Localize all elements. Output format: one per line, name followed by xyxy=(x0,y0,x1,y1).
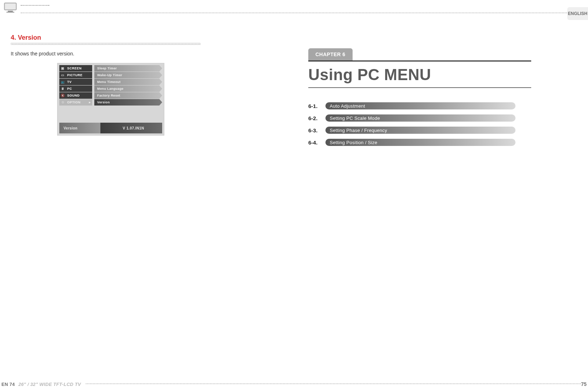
osd-tab-picture: ▭ PICTURE xyxy=(59,72,92,78)
page-left: 4. Version It shows the product version.… xyxy=(0,21,294,374)
osd-tab-label: OPTION xyxy=(67,101,81,104)
toc-number: 6-3. xyxy=(308,127,325,133)
osd-tab-tv: 📺 TV xyxy=(59,79,92,85)
osd-tab-pc: 🖥 PC xyxy=(59,85,92,92)
footer-left-pagenum: EN 74 xyxy=(1,382,15,387)
toc-number: 6-2. xyxy=(308,115,325,121)
footer-left: EN 74 26" / 32" WIDE TFT-LCD TV xyxy=(1,382,81,387)
osd-item: Wake-Up Timer xyxy=(94,72,162,78)
section-underline xyxy=(11,42,200,44)
osd-status-bar: Version V 1.07.IN1N xyxy=(59,123,162,133)
osd-status-label: Version xyxy=(59,126,105,130)
chapter-rule xyxy=(308,60,531,62)
osd-tab-screen: ▣ SCREEN xyxy=(59,65,92,72)
osd-tab-label: SOUND xyxy=(67,94,80,97)
osd-item: Menu Language xyxy=(94,85,162,92)
toc-item: Setting PC Scale Mode xyxy=(325,114,515,122)
osd-tab-label: PICTURE xyxy=(67,73,83,77)
toc-item: Setting Position / Size xyxy=(325,139,515,146)
osd-item: Menu Timeout xyxy=(94,79,162,85)
svg-rect-3 xyxy=(6,12,14,13)
toc-row: 6-4. Setting Position / Size xyxy=(308,139,567,146)
page-right: CHAPTER 6 Using PC MENU 6-1. Auto Adjust… xyxy=(294,21,588,374)
osd-tab-label: PC xyxy=(67,87,72,90)
osd-screenshot: ▣ SCREEN ▭ PICTURE 📺 TV 🖥 PC xyxy=(57,63,164,136)
toc-item: Setting Phase / Frequency xyxy=(325,127,515,134)
language-tab: ENGLISH xyxy=(567,7,588,20)
tv-corner-icon xyxy=(4,2,19,13)
bottom-dots xyxy=(86,383,581,384)
footer-left-model: 26" / 32" WIDE TFT-LCD TV xyxy=(19,382,81,387)
toc-item: Auto Adjustment xyxy=(325,102,515,109)
osd-tab-label: TV xyxy=(67,80,72,84)
svg-rect-2 xyxy=(8,11,13,12)
toc-row: 6-3. Setting Phase / Frequency xyxy=(308,127,567,134)
toc-row: 6-2. Setting PC Scale Mode xyxy=(308,114,567,122)
osd-item-selected: Version xyxy=(94,99,162,106)
osd-item: Sleep Timer xyxy=(94,65,162,72)
toc-row: 6-1. Auto Adjustment xyxy=(308,102,567,109)
chapter-title: Using PC MENU xyxy=(308,66,567,84)
osd-tab-list: ▣ SCREEN ▭ PICTURE 📺 TV 🖥 PC xyxy=(59,65,92,106)
footer-right-pagenum: 75 xyxy=(581,381,587,387)
svg-rect-1 xyxy=(5,4,16,9)
osd-tab-label: SCREEN xyxy=(67,67,82,70)
picture-icon: ▭ xyxy=(61,73,65,77)
section-title: 4. Version xyxy=(11,34,269,41)
option-icon: ⚙ xyxy=(61,100,65,104)
chapter-badge: CHAPTER 6 xyxy=(308,48,353,60)
osd-status-value: V 1.07.IN1N xyxy=(105,126,162,130)
osd-item: Factory Reset xyxy=(94,92,162,99)
chapter-sub-rule xyxy=(308,87,531,88)
toc-number: 6-1. xyxy=(308,103,325,109)
section-description: It shows the product version. xyxy=(11,51,269,57)
sound-icon: 🔇 xyxy=(61,93,65,98)
pc-icon: 🖥 xyxy=(61,87,65,91)
osd-tab-sound: 🔇 SOUND xyxy=(59,92,92,99)
tv-icon: 📺 xyxy=(61,80,65,84)
screen-icon: ▣ xyxy=(61,66,65,70)
toc-number: 6-4. xyxy=(308,139,325,146)
top-dots-long xyxy=(21,13,588,13)
osd-tab-option: ⚙ OPTION xyxy=(59,99,92,106)
top-dots-short xyxy=(21,5,49,6)
osd-item-list: Sleep Timer Wake-Up Timer Menu Timeout M… xyxy=(94,65,162,106)
